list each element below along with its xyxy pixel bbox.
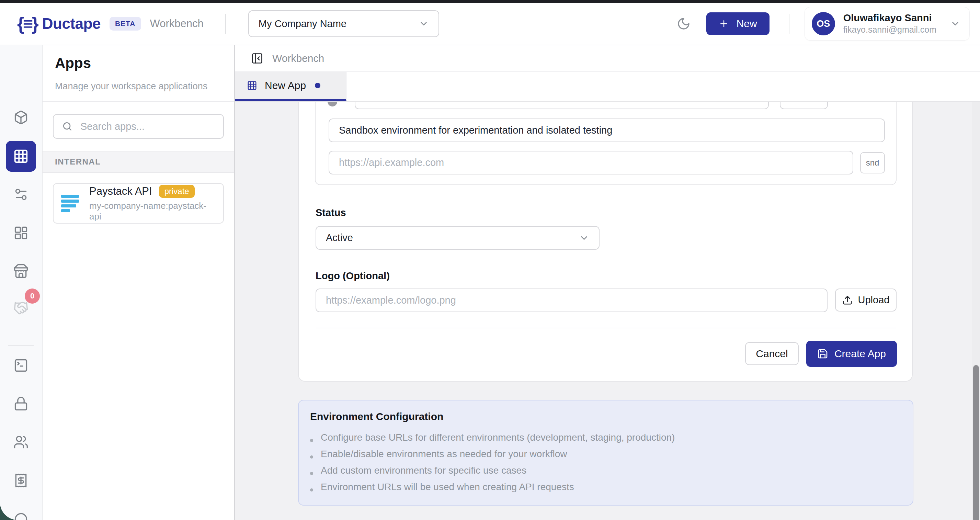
environment-name-input-partial[interactable] — [355, 102, 769, 109]
apps-panel: Apps Manage your workspace applications … — [43, 45, 235, 520]
topbar-divider — [225, 14, 226, 33]
app-name: Paystack API — [89, 185, 152, 197]
info-bullet: Configure base URLs for different enviro… — [310, 432, 899, 448]
section-internal: INTERNAL — [43, 151, 234, 173]
user-menu[interactable]: OS Oluwafikayo Sanni fikayo.sanni@gmail.… — [805, 7, 970, 41]
topbar-product-label: Workbench — [150, 17, 204, 30]
app-window: {≡} Ductape BETA Workbench My Company Na… — [0, 0, 980, 520]
tab-label: New App — [265, 80, 306, 91]
create-app-button[interactable]: Create App — [806, 341, 897, 367]
create-app-label: Create App — [834, 348, 886, 359]
bullet-dot-icon — [310, 455, 313, 458]
content-scroll-area: Sandbox environment for experimentation … — [235, 102, 980, 520]
app-slug: my-company-name:paystack-api — [89, 200, 216, 222]
scrollbar-thumb[interactable] — [973, 365, 979, 520]
form-divider — [315, 328, 896, 328]
bullet-dot-icon — [310, 439, 313, 442]
chat-icon — [13, 512, 29, 520]
status-select[interactable]: Active — [315, 226, 600, 250]
tab-new-app[interactable]: New App — [235, 72, 347, 101]
handshake-icon — [13, 301, 29, 316]
rail-divider — [8, 345, 33, 345]
url-suffix-badge: snd — [860, 152, 885, 173]
sliders-icon — [13, 187, 29, 202]
logo-url-input[interactable] — [315, 288, 827, 312]
bullet-dot-icon — [310, 472, 313, 475]
environment-description-value: Sandbox environment for experimentation … — [339, 125, 612, 136]
info-bullet: Environment URLs will be used when creat… — [310, 482, 899, 498]
info-bullet: Add custom environments for specific use… — [310, 465, 899, 482]
sidebar-item-terminal[interactable] — [13, 358, 29, 373]
apps-panel-header: Apps Manage your workspace applications — [43, 45, 234, 102]
sidebar-item-marketplace[interactable] — [13, 264, 29, 278]
beta-badge: BETA — [110, 17, 141, 30]
environment-slug-box-partial[interactable] — [780, 102, 828, 109]
app-card-paystack[interactable]: Paystack API private my-company-name:pay… — [53, 183, 224, 224]
cancel-button[interactable]: Cancel — [745, 342, 799, 365]
sidebar-item-team[interactable] — [13, 434, 29, 450]
save-icon — [817, 348, 828, 359]
plus-icon — [719, 19, 729, 29]
environment-description-input[interactable]: Sandbox environment for experimentation … — [329, 119, 885, 142]
store-icon — [13, 264, 29, 278]
sidebar-item-security[interactable] — [13, 396, 29, 411]
chevron-down-icon — [950, 19, 961, 29]
sidebar-item-apps-active[interactable] — [6, 141, 36, 172]
private-badge: private — [159, 185, 195, 198]
sidebar-item-dashboard[interactable] — [13, 225, 29, 240]
sidebar-item-partners[interactable] — [13, 301, 29, 316]
user-email: fikayo.sanni@gmail.com — [843, 24, 936, 35]
sidebar-item-settings[interactable] — [13, 187, 29, 202]
info-bullet-list: Configure base URLs for different enviro… — [310, 432, 899, 498]
environment-toggle-knob[interactable] — [328, 102, 337, 107]
upload-button-label: Upload — [858, 294, 890, 306]
user-name: Oluwafikayo Sanni — [843, 12, 936, 24]
sidebar-item-support[interactable] — [13, 512, 29, 520]
ductape-logo-icon: {≡} — [17, 15, 37, 33]
brand-name: Ductape — [42, 15, 100, 32]
paystack-icon — [61, 194, 80, 213]
shell: 0 Apps Man — [0, 45, 980, 520]
terminal-icon — [13, 358, 29, 373]
dashboard-icon — [13, 225, 29, 240]
topbar-divider — [789, 14, 789, 33]
info-bullet: Enable/disable environments as needed fo… — [310, 448, 899, 465]
search-box[interactable] — [53, 114, 224, 139]
search-input[interactable] — [80, 121, 215, 133]
company-select[interactable]: My Company Name — [248, 10, 439, 37]
status-label: Status — [315, 207, 346, 218]
grid-icon — [247, 80, 257, 91]
main-header-title: Workbench — [272, 52, 324, 64]
tab-bar: New App — [235, 72, 980, 102]
apps-subtitle: Manage your workspace applications — [55, 81, 207, 92]
chevron-down-icon — [579, 233, 589, 243]
sidebar-item-billing[interactable] — [13, 473, 29, 488]
environment-card: Sandbox environment for experimentation … — [315, 102, 897, 185]
upload-button[interactable]: Upload — [835, 288, 897, 312]
logo-label: Logo (Optional) — [315, 270, 390, 281]
scrollbar-track — [972, 102, 980, 520]
main-header: Workbench — [235, 45, 980, 72]
notification-badge: 0 — [25, 288, 40, 304]
environment-configuration-info: Environment Configuration Configure base… — [298, 400, 913, 506]
topbar-right: New OS Oluwafikayo Sanni fikayo.sanni@gm… — [677, 7, 970, 41]
status-select-value: Active — [326, 232, 353, 243]
unsaved-dot — [315, 83, 320, 88]
new-button[interactable]: New — [706, 13, 770, 35]
receipt-icon — [13, 473, 29, 488]
sidebar-item-packages[interactable] — [13, 110, 29, 125]
apps-title: Apps — [55, 55, 91, 72]
search-icon — [62, 121, 73, 132]
company-select-value: My Company Name — [259, 18, 347, 30]
new-button-label: New — [737, 18, 757, 30]
user-meta: Oluwafikayo Sanni fikayo.sanni@gmail.com — [843, 12, 936, 35]
new-app-form-card: Sandbox environment for experimentation … — [298, 102, 913, 382]
chevron-down-icon — [418, 19, 429, 29]
base-url-input[interactable] — [329, 151, 853, 175]
app-card-meta: Paystack API private my-company-name:pay… — [89, 185, 216, 222]
grid-icon — [13, 148, 29, 164]
dark-mode-toggle-icon[interactable] — [677, 17, 690, 30]
package-icon — [13, 110, 29, 125]
panel-collapse-icon[interactable] — [251, 52, 263, 65]
users-icon — [13, 434, 29, 450]
